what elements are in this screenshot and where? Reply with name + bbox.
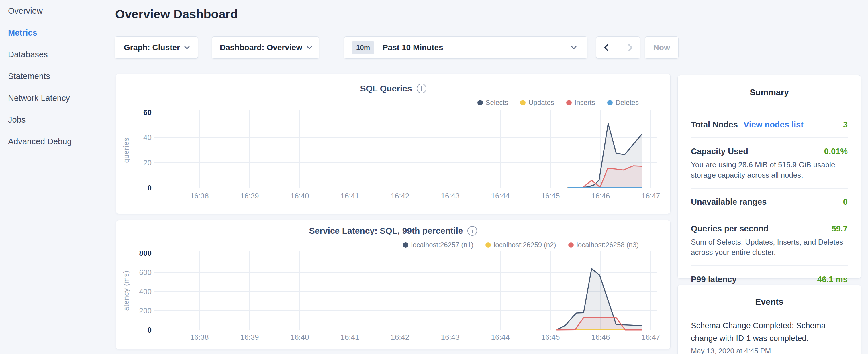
sidebar-item-statements[interactable]: Statements: [8, 65, 115, 87]
dashboard-dropdown[interactable]: Dashboard: Overview: [212, 36, 319, 59]
summary-panel: Summary Total NodesView nodes list3Capac…: [677, 75, 861, 279]
service-latency-chart-card: Service Latency: SQL, 99th percentile i …: [116, 220, 671, 349]
view-nodes-list-link[interactable]: View nodes list: [744, 120, 804, 129]
x-tick-label: 16:43: [441, 333, 459, 342]
y-tick-label: 800: [139, 249, 152, 257]
sidebar-list: OverviewMetricsDatabasesStatementsNetwor…: [0, 0, 115, 152]
y-axis-label: queries: [122, 137, 130, 163]
x-tick-label: 16:38: [190, 333, 209, 342]
sql-queries-plot[interactable]: 0204060queries16:3816:3916:4016:4116:421…: [116, 74, 671, 206]
x-tick-label: 16:41: [340, 192, 359, 200]
time-step-back-button[interactable]: [596, 36, 618, 59]
summary-row-value: 59.7: [832, 224, 848, 233]
x-tick-label: 16:38: [190, 192, 209, 200]
summary-row-value: 0: [843, 197, 848, 207]
time-window-label: Past 10 Minutes: [382, 43, 443, 52]
x-tick-label: 16:46: [591, 192, 610, 200]
sidebar-item-overview[interactable]: Overview: [8, 0, 115, 22]
y-tick-label: 40: [143, 133, 152, 142]
x-tick-label: 16:47: [641, 333, 660, 342]
app-root: OverviewMetricsDatabasesStatementsNetwor…: [0, 0, 868, 354]
sql-queries-chart-card: SQL Queries i SelectsUpdatesInsertsDelet…: [116, 74, 671, 214]
summary-rows: Total NodesView nodes list3Capacity Used…: [691, 111, 848, 292]
x-tick-label: 16:40: [290, 333, 309, 342]
chevron-down-icon: [184, 44, 189, 49]
events-list: Schema Change Completed: Schema change w…: [691, 319, 848, 354]
x-tick-label: 16:43: [441, 192, 459, 200]
chevron-right-icon: [625, 44, 632, 51]
sidebar-item-jobs[interactable]: Jobs: [8, 109, 115, 131]
x-tick-label: 16:41: [340, 333, 359, 342]
time-window-dropdown[interactable]: 10m Past 10 Minutes: [344, 36, 587, 59]
y-tick-label: 400: [139, 287, 152, 296]
y-tick-label: 0: [148, 326, 152, 334]
sidebar: OverviewMetricsDatabasesStatementsNetwor…: [0, 0, 115, 354]
summary-row-description: You are using 28.6 MiB of 515.9 GiB usab…: [691, 160, 848, 180]
y-tick-label: 60: [143, 108, 152, 117]
events-panel: Events Schema Change Completed: Schema c…: [677, 285, 861, 354]
summary-row-value: 46.1 ms: [817, 275, 848, 284]
time-window-badge: 10m: [352, 41, 374, 55]
y-tick-label: 0: [148, 184, 152, 192]
chevron-left-icon: [603, 44, 611, 51]
summary-row-description: Sum of Selects, Updates, Inserts, and De…: [691, 237, 848, 257]
summary-row-queries-per-second: Queries per second59.7Sum of Selects, Up…: [691, 215, 848, 266]
y-tick-label: 600: [139, 268, 152, 277]
page-title: Overview Dashboard: [115, 7, 238, 21]
sidebar-item-metrics[interactable]: Metrics: [8, 22, 115, 43]
x-tick-label: 16:47: [641, 192, 660, 200]
now-button-label: Now: [653, 43, 670, 52]
summary-title: Summary: [691, 87, 848, 97]
x-tick-label: 16:39: [240, 333, 259, 342]
summary-row-label: Capacity Used: [691, 147, 748, 156]
controls-row: Graph: Cluster Dashboard: Overview 10m P…: [115, 36, 716, 59]
y-axis-label: latency (ms): [122, 270, 130, 313]
summary-row-total-nodes: Total NodesView nodes list3: [691, 111, 848, 138]
event-timestamp: May 13, 2020 at 4:45 PM: [691, 347, 848, 354]
x-tick-label: 16:42: [391, 333, 409, 342]
x-tick-label: 16:42: [391, 192, 409, 200]
chevron-down-icon: [571, 44, 576, 49]
sidebar-item-databases[interactable]: Databases: [8, 43, 115, 65]
graph-dropdown-label: Graph: Cluster: [124, 43, 180, 52]
x-tick-label: 16:45: [541, 192, 560, 200]
time-step-forward-button[interactable]: [618, 36, 640, 59]
x-tick-label: 16:44: [491, 192, 509, 200]
sidebar-item-advanced-debug[interactable]: Advanced Debug: [8, 131, 115, 152]
x-tick-label: 16:46: [591, 333, 610, 342]
x-tick-label: 16:40: [290, 192, 309, 200]
summary-row-label: P99 latency: [691, 275, 737, 284]
y-tick-label: 20: [143, 158, 152, 167]
summary-row-label: Total Nodes: [691, 120, 738, 129]
summary-row-unavailable-ranges: Unavailable ranges0: [691, 189, 848, 215]
y-tick-label: 200: [139, 307, 152, 315]
dashboard-dropdown-label: Dashboard: Overview: [220, 43, 302, 52]
summary-row-capacity-used: Capacity Used0.01%You are using 28.6 MiB…: [691, 138, 848, 189]
summary-row-value: 0.01%: [824, 147, 848, 156]
graph-dropdown[interactable]: Graph: Cluster: [115, 36, 198, 59]
sidebar-item-network-latency[interactable]: Network Latency: [8, 87, 115, 109]
events-title: Events: [691, 297, 848, 307]
summary-row-label: Queries per second: [691, 224, 769, 233]
chevron-down-icon: [307, 44, 312, 49]
now-button[interactable]: Now: [645, 36, 679, 59]
summary-row-value: 3: [843, 120, 848, 129]
x-tick-label: 16:39: [240, 192, 259, 200]
summary-row-label: Unavailable ranges: [691, 197, 767, 207]
service-latency-plot[interactable]: 0200400600800latency (ms)16:3816:3916:40…: [116, 220, 671, 349]
event-message: Schema Change Completed: Schema change w…: [691, 319, 848, 345]
x-tick-label: 16:45: [541, 333, 560, 342]
time-step-buttons: [596, 36, 640, 59]
x-tick-label: 16:44: [491, 333, 509, 342]
controls-divider: [332, 36, 333, 59]
